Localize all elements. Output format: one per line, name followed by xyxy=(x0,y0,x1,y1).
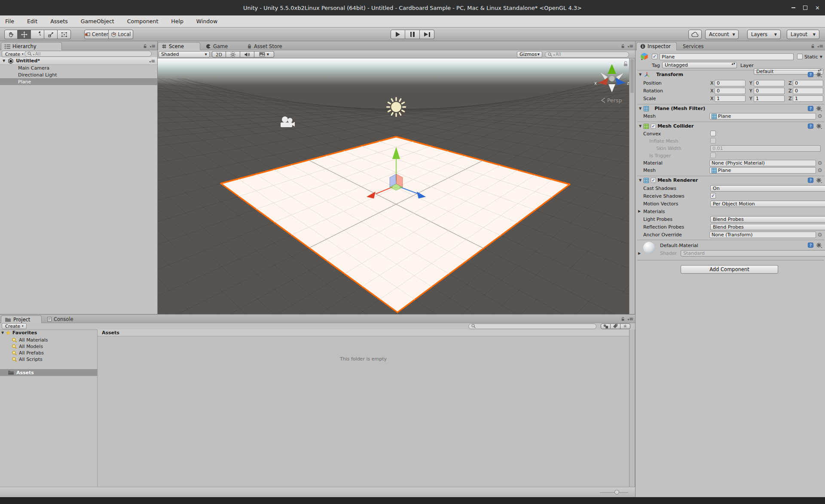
menu-window[interactable]: Window xyxy=(196,18,217,24)
hierarchy-item-main-camera[interactable]: Main Camera xyxy=(0,64,157,71)
rect-tool-button[interactable] xyxy=(58,30,71,39)
gear-icon[interactable] xyxy=(816,123,822,129)
rotation-y-field[interactable]: 0 xyxy=(754,88,785,94)
mesh-collider-header[interactable]: ▼ Mesh Collider ? xyxy=(637,122,824,130)
lock-icon[interactable] xyxy=(621,317,625,321)
orientation-gizmo[interactable]: y x z xyxy=(594,59,629,92)
toggle-2d-button[interactable]: 2D xyxy=(212,51,226,58)
favorites-item-all-materials[interactable]: All Materials xyxy=(0,337,97,343)
favorites-filter-button[interactable] xyxy=(620,324,630,329)
project-create-button[interactable]: Create xyxy=(2,323,27,329)
gizmos-dropdown[interactable]: Gizmos▼ xyxy=(517,51,542,58)
light-probes-dropdown[interactable]: Blend Probes▲▼ xyxy=(710,216,825,223)
object-picker-icon[interactable] xyxy=(818,113,822,119)
rotation-x-field[interactable]: 0 xyxy=(715,88,746,94)
mesh-renderer-header[interactable]: ▼ Mesh Renderer ? xyxy=(637,176,824,184)
scene-menu-icon[interactable] xyxy=(149,58,155,64)
scale-z-field[interactable]: 1 xyxy=(793,95,823,102)
menu-gameobject[interactable]: GameObject xyxy=(81,18,114,24)
static-flags-dropdown-icon[interactable]: ▼ xyxy=(820,55,822,59)
gear-icon[interactable] xyxy=(816,72,822,77)
lock-icon[interactable] xyxy=(143,44,147,49)
position-x-field[interactable]: 0 xyxy=(715,80,746,86)
mesh-renderer-enabled-checkbox[interactable] xyxy=(651,178,656,183)
maximize-icon[interactable] xyxy=(803,6,807,10)
scene-audio-button[interactable] xyxy=(240,51,254,58)
hierarchy-search-input[interactable]: All xyxy=(24,51,152,57)
help-icon[interactable]: ? xyxy=(808,72,813,77)
panel-menu-icon[interactable] xyxy=(627,43,633,49)
mesh-object-field[interactable]: Plane xyxy=(709,113,816,119)
menu-help[interactable]: Help xyxy=(171,18,183,24)
tab-hierarchy[interactable]: Hierarchy xyxy=(1,42,62,50)
gameobject-active-checkbox[interactable] xyxy=(652,54,657,59)
layers-dropdown[interactable]: Layers▼ xyxy=(747,30,781,39)
rotate-tool-button[interactable] xyxy=(31,30,44,39)
tab-console[interactable]: Console xyxy=(45,315,76,323)
space-mode-button[interactable]: Local xyxy=(109,30,133,39)
collider-mesh-field[interactable]: Plane xyxy=(709,167,816,174)
menu-edit[interactable]: Edit xyxy=(27,18,37,24)
filter-by-label-button[interactable] xyxy=(611,324,620,329)
tree-item-assets[interactable]: Assets xyxy=(0,369,97,376)
favorites-item-all-scripts[interactable]: All Scripts xyxy=(0,356,97,363)
static-checkbox[interactable] xyxy=(797,54,803,59)
project-search-input[interactable] xyxy=(468,324,596,329)
favorites-header[interactable]: ▼ Favorites xyxy=(0,330,97,336)
disclosure-open-icon[interactable]: ▼ xyxy=(3,59,5,63)
plane-object[interactable] xyxy=(221,137,570,312)
thumbnail-size-slider-thumb[interactable] xyxy=(614,490,619,495)
pause-button[interactable] xyxy=(405,30,420,39)
project-scrollbar[interactable] xyxy=(629,330,635,487)
thumbnail-size-slider-track[interactable] xyxy=(600,492,628,493)
scene-lighting-button[interactable] xyxy=(226,51,240,58)
gear-icon[interactable] xyxy=(816,242,822,248)
tag-dropdown[interactable]: Untagged▲▼ xyxy=(662,62,737,68)
favorites-item-all-models[interactable]: All Models xyxy=(0,343,97,350)
motion-vectors-dropdown[interactable]: Per Object Motion▲▼ xyxy=(710,201,825,207)
tab-scene[interactable]: Scene xyxy=(158,42,200,50)
hierarchy-create-button[interactable]: Create xyxy=(2,51,27,57)
scene-viewport[interactable]: y x z Persp xyxy=(158,58,629,314)
material-preview-sphere[interactable] xyxy=(643,242,655,254)
gizmo-x-axis[interactable] xyxy=(598,78,608,85)
reflection-probes-dropdown[interactable]: Blend Probes▲▼ xyxy=(710,224,825,230)
gear-icon[interactable] xyxy=(816,106,822,111)
add-component-button[interactable]: Add Component xyxy=(681,265,778,274)
tab-project[interactable]: Project xyxy=(1,315,42,323)
menu-file[interactable]: File xyxy=(5,18,14,24)
camera-gizmo-icon[interactable] xyxy=(281,116,295,127)
move-tool-button[interactable] xyxy=(18,30,31,39)
filter-by-type-button[interactable] xyxy=(601,324,611,329)
project-content[interactable]: Assets This folder is empty xyxy=(98,330,629,487)
gear-icon[interactable] xyxy=(816,177,822,183)
cast-shadows-dropdown[interactable]: On▲▼ xyxy=(710,185,825,192)
tab-asset-store[interactable]: Asset Store xyxy=(244,42,285,50)
object-picker-icon[interactable] xyxy=(818,160,822,166)
help-icon[interactable]: ? xyxy=(808,123,813,129)
shader-dropdown[interactable]: Standard▼ xyxy=(681,250,825,257)
position-y-field[interactable]: 0 xyxy=(754,80,785,86)
perspective-toggle[interactable]: Persp xyxy=(602,97,622,104)
tab-services[interactable]: Services xyxy=(680,42,706,50)
scene-search-input[interactable]: All xyxy=(545,52,629,58)
scene-root-row[interactable]: ▼ Untitled* xyxy=(0,57,157,65)
lock-icon[interactable] xyxy=(811,44,815,49)
panel-menu-icon[interactable] xyxy=(817,43,823,49)
cloud-services-button[interactable] xyxy=(688,30,702,39)
scrollbar-thumb[interactable] xyxy=(630,59,634,93)
hierarchy-item-directional-light[interactable]: Directional Light xyxy=(0,71,157,78)
hand-tool-button[interactable] xyxy=(4,30,18,39)
minimize-icon[interactable] xyxy=(791,7,795,8)
help-icon[interactable]: ? xyxy=(808,106,813,111)
menu-assets[interactable]: Assets xyxy=(50,18,68,24)
position-z-field[interactable]: 0 xyxy=(793,80,823,86)
help-icon[interactable]: ? xyxy=(808,177,813,183)
object-picker-icon[interactable] xyxy=(818,232,822,238)
gizmo-y-axis[interactable] xyxy=(608,64,616,74)
tab-game[interactable]: Game xyxy=(203,42,230,50)
physic-material-field[interactable]: None (Physic Material) xyxy=(709,160,816,166)
receive-shadows-checkbox[interactable] xyxy=(710,193,716,199)
tab-inspector[interactable]: Inspector xyxy=(636,42,677,50)
transform-header[interactable]: ▼ Transform ? xyxy=(637,70,824,79)
